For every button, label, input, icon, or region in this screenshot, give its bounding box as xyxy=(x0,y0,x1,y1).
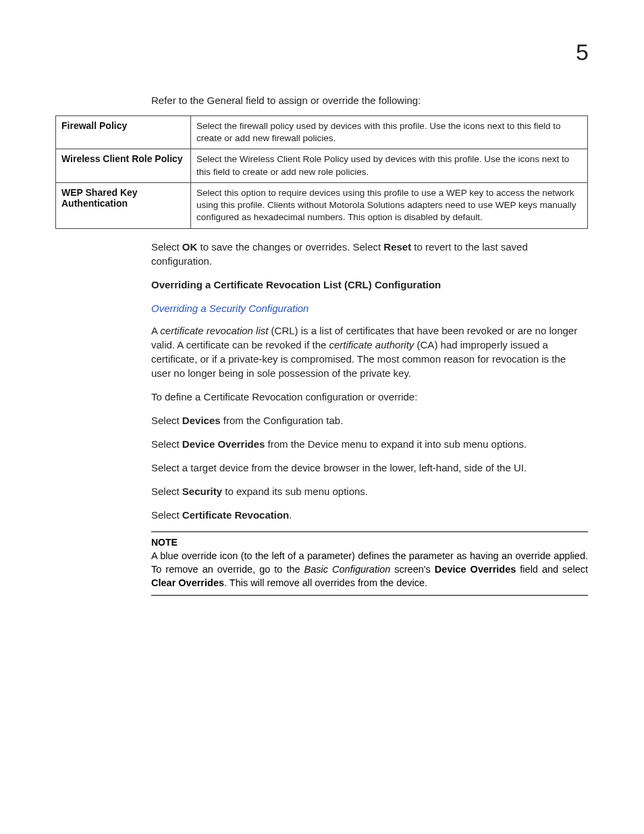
config-table: Firewall Policy Select the firewall poli… xyxy=(55,115,588,229)
step-4: Select Security to expand its sub menu o… xyxy=(151,484,588,498)
note-label: NOTE xyxy=(151,536,588,549)
steps-intro: To define a Certificate Revocation confi… xyxy=(151,390,588,404)
ok-label: OK xyxy=(182,241,198,253)
bold-term: Device Overrides xyxy=(182,438,265,450)
text: A xyxy=(151,325,160,336)
row-desc: Select the Wireless Client Role Policy u… xyxy=(191,149,588,182)
row-desc: Select the firewall policy used by devic… xyxy=(191,116,588,149)
text: . This will remove all overrides from th… xyxy=(224,577,427,588)
text: Select xyxy=(151,438,182,450)
text: to save the changes or overrides. Select xyxy=(197,241,383,253)
text: to expand its sub menu options. xyxy=(222,486,368,497)
text: field and select xyxy=(516,564,588,575)
italic-term: Basic Configuration xyxy=(304,564,391,575)
bold-term: Certificate Revocation xyxy=(182,509,289,521)
step-3: Select a target device from the device b… xyxy=(151,461,588,475)
table-row: Wireless Client Role Policy Select the W… xyxy=(56,149,588,182)
text: Select xyxy=(151,241,182,253)
table-row: Firewall Policy Select the firewall poli… xyxy=(56,116,588,149)
crl-paragraph: A certificate revocation list (CRL) is a… xyxy=(151,323,588,380)
body-text: Select OK to save the changes or overrid… xyxy=(151,240,588,522)
text: . xyxy=(289,509,292,521)
table-row: WEP Shared Key Authentication Select thi… xyxy=(56,182,588,228)
italic-term: certificate authority xyxy=(329,339,414,350)
crl-link[interactable]: Overriding a Security Configuration xyxy=(151,301,588,315)
italic-term: certificate revocation list xyxy=(160,325,268,336)
text: Select xyxy=(151,415,182,426)
step-5: Select Certificate Revocation. xyxy=(151,508,588,522)
text: Select xyxy=(151,486,182,497)
bold-term: Device Overrides xyxy=(435,564,516,575)
row-desc: Select this option to require devices us… xyxy=(191,182,588,228)
bold-term: Security xyxy=(182,486,222,497)
text: from the Configuration tab. xyxy=(221,415,344,426)
intro-text: Refer to the General field to assign or … xyxy=(151,95,588,106)
page-number: 5 xyxy=(576,39,589,66)
row-label: WEP Shared Key Authentication xyxy=(56,182,191,228)
text: Select xyxy=(151,509,182,521)
bold-term: Clear Overrides xyxy=(151,577,224,588)
text: screen's xyxy=(390,564,435,575)
reset-label: Reset xyxy=(383,241,411,253)
save-line: Select OK to save the changes or overrid… xyxy=(151,240,588,268)
step-2: Select Device Overrides from the Device … xyxy=(151,437,588,451)
page-content: Refer to the General field to assign or … xyxy=(55,95,588,596)
text: from the Device menu to expand it into s… xyxy=(265,438,527,450)
row-label: Firewall Policy xyxy=(56,116,191,149)
step-1: Select Devices from the Configuration ta… xyxy=(151,413,588,427)
crl-heading: Overriding a Certificate Revocation List… xyxy=(151,278,588,292)
note-block: NOTE A blue override icon (to the left o… xyxy=(151,531,588,596)
row-label: Wireless Client Role Policy xyxy=(56,149,191,182)
bold-term: Devices xyxy=(182,415,221,426)
